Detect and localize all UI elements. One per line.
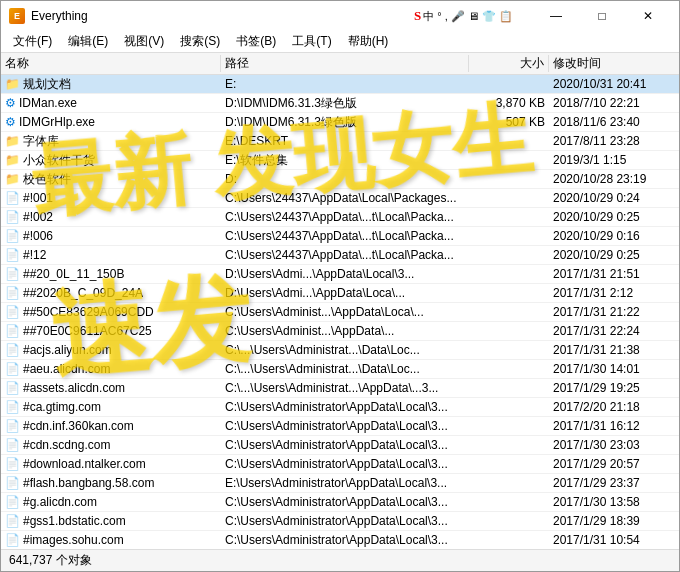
main-window: E Everything S 中 ° , 🎤 🖥 👕 📋 — □ ✕ 文件(F)… (0, 0, 680, 572)
table-row[interactable]: 📁小众软件干货 E:\软件总集 2019/3/1 1:15 (1, 151, 679, 170)
row-name: 📁校色软件 (1, 171, 221, 188)
table-row[interactable]: 📄##2020B_C_09D_24A D:\Users\Admi...\AppD… (1, 284, 679, 303)
header-size[interactable]: 大小 (469, 55, 549, 72)
table-row[interactable]: 📄#!002 C:\Users\24437\AppData\...t\Local… (1, 208, 679, 227)
menu-tools[interactable]: 工具(T) (284, 31, 339, 52)
table-row[interactable]: 📄#gss1.bdstatic.com C:\Users\Administrat… (1, 512, 679, 531)
menu-edit[interactable]: 编辑(E) (60, 31, 116, 52)
row-path: D: (221, 172, 469, 186)
table-row[interactable]: 📁规划文档 E: 2020/10/31 20:41 (1, 75, 679, 94)
menu-file[interactable]: 文件(F) (5, 31, 60, 52)
row-name: 📄#images.sohu.com (1, 533, 221, 547)
table-row[interactable]: 📄##20_0L_11_150B D:\Users\Admi...\AppDat… (1, 265, 679, 284)
table-row[interactable]: 📄#!006 C:\Users\24437\AppData\...t\Local… (1, 227, 679, 246)
close-button[interactable]: ✕ (625, 1, 671, 31)
menu-bar: 文件(F) 编辑(E) 视图(V) 搜索(S) 书签(B) 工具(T) 帮助(H… (1, 31, 679, 53)
row-date: 2017/1/31 21:38 (549, 343, 679, 357)
row-name: 📄##70E0C9611AC67C25 (1, 324, 221, 338)
row-date: 2017/1/29 19:25 (549, 381, 679, 395)
folder-icon: 📁 (5, 172, 20, 186)
row-name: 📄#acjs.aliyun.com (1, 343, 221, 357)
row-name: 📄#!001 (1, 191, 221, 205)
row-name: 📁小众软件干货 (1, 152, 221, 169)
row-size: 507 KB (469, 115, 549, 129)
table-row[interactable]: 📄##70E0C9611AC67C25 C:\Users\Administ...… (1, 322, 679, 341)
table-row[interactable]: 📄#cdn.scdng.com C:\Users\Administrator\A… (1, 436, 679, 455)
row-path: C:\Users\24437\AppData\...t\Local\Packa.… (221, 248, 469, 262)
row-date: 2017/1/31 10:54 (549, 533, 679, 547)
menu-items: 文件(F) 编辑(E) 视图(V) 搜索(S) 书签(B) 工具(T) 帮助(H… (5, 31, 396, 52)
table-row[interactable]: 📄#cdn.inf.360kan.com C:\Users\Administra… (1, 417, 679, 436)
row-name: 📄#!12 (1, 248, 221, 262)
file-icon: 📄 (5, 381, 20, 395)
row-path: C:\Users\Administrator\AppData\Local\3..… (221, 457, 469, 471)
row-path: C:\Users\Administrator\AppData\Local\3..… (221, 419, 469, 433)
menu-view[interactable]: 视图(V) (116, 31, 172, 52)
file-icon: 📄 (5, 191, 20, 205)
row-path: C:\...\Users\Administrat...\Data\Loc... (221, 362, 469, 376)
row-date: 2020/10/29 0:16 (549, 229, 679, 243)
file-icon: 📄 (5, 286, 20, 300)
row-date: 2019/3/1 1:15 (549, 153, 679, 167)
row-date: 2017/1/30 13:58 (549, 495, 679, 509)
minimize-button[interactable]: — (533, 1, 579, 31)
table-row[interactable]: 📄#ca.gtimg.com C:\Users\Administrator\Ap… (1, 398, 679, 417)
table-body[interactable]: 📁规划文档 E: 2020/10/31 20:41 ⚙IDMan.exe D:\… (1, 75, 679, 549)
table-row[interactable]: 📄#!001 C:\Users\24437\AppData\Local\Pack… (1, 189, 679, 208)
table-row[interactable]: ⚙IDMGrHlp.exe D:\IDM\IDM6.31.3绿色版 507 KB… (1, 113, 679, 132)
file-icon: 📄 (5, 305, 20, 319)
row-path: C:\Users\Administrator\AppData\Local\3..… (221, 438, 469, 452)
table-row[interactable]: 📄#flash.bangbang.58.com E:\Users\Adminis… (1, 474, 679, 493)
table-row[interactable]: 📁字体库 E:\DESKRT 2017/8/11 23:28 (1, 132, 679, 151)
sgr-icon: S (414, 8, 421, 24)
menu-bookmark[interactable]: 书签(B) (228, 31, 284, 52)
row-path: C:\Users\Administ...\AppData\Loca\... (221, 305, 469, 319)
menu-search[interactable]: 搜索(S) (172, 31, 228, 52)
file-icon: 📄 (5, 495, 20, 509)
exe-icon: ⚙ (5, 96, 16, 110)
row-date: 2017/1/29 23:37 (549, 476, 679, 490)
row-name: 📄#gss1.bdstatic.com (1, 514, 221, 528)
title-left: E Everything (9, 8, 88, 24)
table-row[interactable]: 📄##50CE83629A069CDD C:\Users\Administ...… (1, 303, 679, 322)
table-row[interactable]: 📄#g.alicdn.com C:\Users\Administrator\Ap… (1, 493, 679, 512)
exe-icon: ⚙ (5, 115, 16, 129)
row-path: C:\Users\Administrator\AppData\Local\3..… (221, 533, 469, 547)
row-name: ⚙IDMan.exe (1, 96, 221, 110)
row-path: C:\Users\Administrator\AppData\Local\3..… (221, 495, 469, 509)
toolbar-icons: 中 ° , 🎤 🖥 👕 📋 (423, 9, 513, 24)
row-path: C:\Users\24437\AppData\...t\Local\Packa.… (221, 229, 469, 243)
row-path: C:\...\Users\Administrat...\AppData\...3… (221, 381, 469, 395)
row-name: 📄#cdn.scdng.com (1, 438, 221, 452)
row-date: 2018/7/10 22:21 (549, 96, 679, 110)
window-title: Everything (31, 9, 88, 23)
row-date: 2020/10/29 0:25 (549, 210, 679, 224)
row-date: 2017/1/29 18:39 (549, 514, 679, 528)
file-icon: 📄 (5, 362, 20, 376)
row-date: 2018/11/6 23:40 (549, 115, 679, 129)
table-row[interactable]: ⚙IDMan.exe D:\IDM\IDM6.31.3绿色版 3,870 KB … (1, 94, 679, 113)
file-icon: 📄 (5, 514, 20, 528)
row-date: 2020/10/31 20:41 (549, 77, 679, 91)
menu-help[interactable]: 帮助(H) (340, 31, 397, 52)
row-name: 📄#download.ntalker.com (1, 457, 221, 471)
table-row[interactable]: 📄#images.sohu.com C:\Users\Administrator… (1, 531, 679, 549)
maximize-button[interactable]: □ (579, 1, 625, 31)
row-path: D:\Users\Admi...\AppData\Local\3... (221, 267, 469, 281)
status-bar: 641,737 个对象 (1, 549, 679, 571)
header-date[interactable]: 修改时间 (549, 55, 679, 72)
table-row[interactable]: 📄#download.ntalker.com C:\Users\Administ… (1, 455, 679, 474)
table-row[interactable]: 📁校色软件 D: 2020/10/28 23:19 (1, 170, 679, 189)
table-row[interactable]: 📄#acjs.aliyun.com C:\...\Users\Administr… (1, 341, 679, 360)
table-row[interactable]: 📄#!12 C:\Users\24437\AppData\...t\Local\… (1, 246, 679, 265)
header-name[interactable]: 名称 (1, 55, 221, 72)
table-row[interactable]: 📄#assets.alicdn.com C:\...\Users\Adminis… (1, 379, 679, 398)
file-icon: 📄 (5, 533, 20, 547)
row-date: 2020/10/29 0:25 (549, 248, 679, 262)
row-date: 2017/1/31 2:12 (549, 286, 679, 300)
folder-icon: 📁 (5, 77, 20, 91)
file-icon: 📄 (5, 438, 20, 452)
table-row[interactable]: 📄#aeu.alicdn.com C:\...\Users\Administra… (1, 360, 679, 379)
row-name: 📄##2020B_C_09D_24A (1, 286, 221, 300)
header-path[interactable]: 路径 (221, 55, 469, 72)
